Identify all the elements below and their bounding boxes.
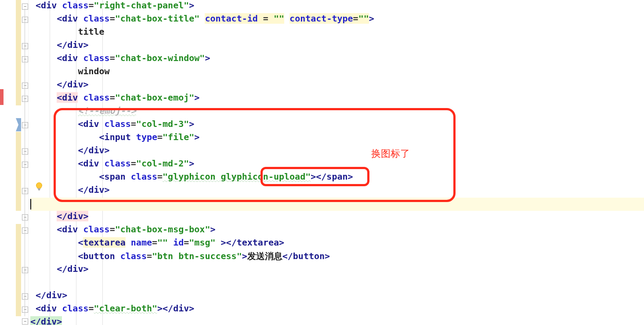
svg-marker-0: [16, 118, 21, 131]
code-line[interactable]: </div>: [30, 145, 644, 158]
gutter-change-marker: [16, 132, 21, 211]
code-line[interactable]: </div>: [30, 290, 644, 303]
code-line[interactable]: </div>: [30, 40, 644, 53]
fold-handle[interactable]: −: [22, 17, 28, 23]
fold-handle[interactable]: −: [22, 122, 28, 128]
code-line[interactable]: <textarea name="" id="msg" ></textarea>: [30, 237, 644, 250]
fold-handle[interactable]: −: [22, 43, 28, 49]
code-line[interactable]: <span class="glyphicon glyphicon-upload"…: [30, 171, 644, 184]
fold-handle[interactable]: −: [22, 148, 28, 155]
code-line[interactable]: <input type="file">: [30, 132, 644, 145]
fold-handle[interactable]: −: [22, 293, 28, 300]
code-line-caret[interactable]: [30, 198, 644, 211]
code-line[interactable]: <!--emoj-->: [30, 105, 644, 119]
fold-handle[interactable]: −: [22, 214, 28, 220]
gutter-error-marker: [0, 89, 4, 105]
fold-handle[interactable]: −: [22, 4, 28, 10]
code-area[interactable]: <div class="right-chat-panel"> <div clas…: [29, 0, 644, 325]
code-line[interactable]: <div class="chat-box-msg-box">: [30, 224, 644, 237]
fold-handle[interactable]: −: [22, 162, 28, 168]
fold-handle[interactable]: −: [22, 307, 28, 313]
gutter: − − − − − − − − − − − − − − − −: [0, 0, 29, 325]
fold-handle[interactable]: −: [22, 83, 28, 89]
code-line[interactable]: </div>: [30, 184, 644, 198]
code-line[interactable]: <div class="clear-both"></div>: [30, 303, 644, 316]
code-line[interactable]: <div class="right-chat-panel">: [30, 0, 644, 13]
fold-handle[interactable]: −: [22, 267, 28, 273]
code-line[interactable]: <div class="chat-box-title" contact-id =…: [30, 13, 644, 26]
gutter-change-marker: [16, 0, 21, 105]
code-line[interactable]: </div>: [30, 211, 644, 224]
fold-handle[interactable]: −: [22, 188, 28, 194]
gutter-caret-marker: [16, 118, 21, 131]
code-line[interactable]: <div class="chat-box-window">: [30, 53, 644, 66]
code-line[interactable]: </div>: [30, 264, 644, 277]
code-line[interactable]: </div>: [30, 79, 644, 92]
fold-handle[interactable]: −: [22, 228, 28, 234]
fold-handle[interactable]: −: [22, 56, 28, 62]
code-line[interactable]: title: [30, 26, 644, 40]
fold-handle[interactable]: −: [22, 96, 28, 102]
code-line[interactable]: <button class="btn btn-success">发送消息</bu…: [30, 250, 644, 264]
code-line[interactable]: <div class="col-md-2">: [30, 158, 644, 171]
editor-container: − − − − − − − − − − − − − − − − <div cla…: [0, 0, 644, 325]
code-line[interactable]: window: [30, 66, 644, 79]
code-line[interactable]: </div>: [30, 316, 644, 325]
code-line[interactable]: <div class="chat-box-emoj">: [30, 92, 644, 105]
fold-handle[interactable]: −: [22, 318, 28, 325]
text-caret: [30, 199, 31, 209]
code-line[interactable]: [30, 277, 644, 290]
code-line[interactable]: <div class="col-md-3">: [30, 119, 644, 132]
gutter-change-marker: [16, 224, 21, 316]
fold-tree-line: [25, 9, 25, 316]
